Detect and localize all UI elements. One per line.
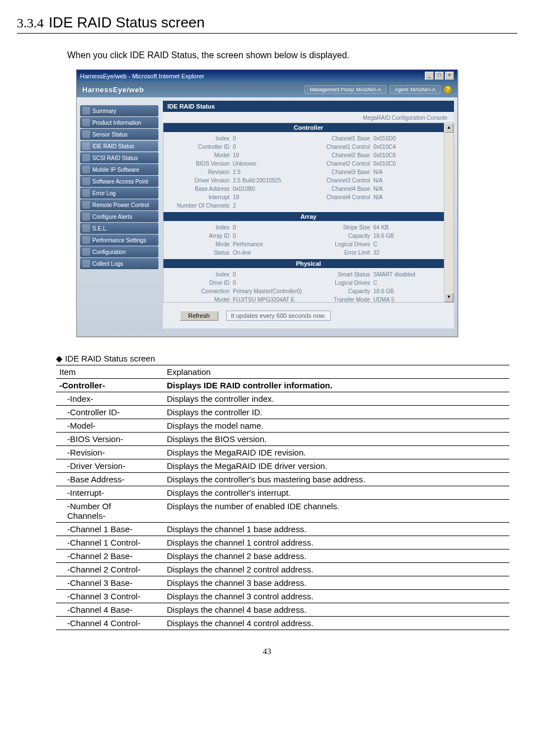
sidebar-item[interactable]: Product Information (80, 117, 158, 128)
sidebar-item[interactable]: Remote Power Control (80, 199, 158, 210)
nav-icon (82, 119, 90, 126)
maximize-button[interactable]: □ (435, 72, 444, 80)
sidebar-item[interactable]: S.E.L. (80, 223, 158, 234)
item-cell: -Channel 2 Base- (56, 550, 163, 563)
kv-value: 0x010C8 (373, 151, 449, 159)
kv-key: Capacity (308, 232, 373, 240)
explanation-cell: Displays the controller index. (163, 392, 509, 406)
kv-row: Revision2.5 (168, 168, 308, 176)
item-cell: -Channel 4 Base- (56, 603, 163, 617)
kv-row: StatusOn-line (168, 248, 308, 257)
kv-row: Index0 (168, 223, 308, 232)
kv-row: Channel1 Base0x010D0 (308, 134, 449, 143)
table-row: -Channel 4 Control-Displays the channel … (56, 617, 509, 630)
item-cell: -BIOS Version- (56, 433, 163, 446)
table-row: -Revision-Displays the MegaRAID IDE revi… (56, 446, 509, 459)
kv-key: Logical Drives (308, 240, 373, 248)
item-cell: -Controller- (56, 379, 163, 392)
kv-value: 2.5 (233, 168, 308, 176)
close-button[interactable]: × (445, 72, 454, 80)
sidebar-item[interactable]: Mobile IP Software (80, 164, 158, 175)
sidebar-item[interactable]: Configure Alerts (80, 211, 158, 222)
minimize-button[interactable]: _ (425, 72, 434, 80)
kv-row: Number Of Channels2 (168, 201, 308, 210)
scroll-down-icon[interactable]: ▼ (444, 293, 453, 302)
screenshot-window: HarnessEye/web - Microsoft Internet Expl… (76, 69, 458, 337)
table-row: -Model-Displays the model name. (56, 419, 509, 433)
table-row: -Channel 1 Base-Displays the channel 1 b… (56, 523, 509, 536)
table-row: -Channel 4 Base-Displays the channel 4 b… (56, 603, 509, 617)
controller-section-header: Controller (163, 123, 453, 132)
nav-icon (82, 107, 90, 115)
kv-row: Channel1 Control0x010C4 (308, 143, 449, 151)
vertical-scrollbar[interactable]: ▲ ▼ (444, 123, 453, 302)
kv-value: 0 (233, 279, 308, 287)
kv-value: N/A (373, 176, 449, 185)
kv-row: Channel3 BaseN/A (308, 168, 449, 176)
kv-row: Driver Version2.5 Build:20010925 (168, 176, 308, 185)
kv-row: Capacity18.6 GB (308, 232, 449, 240)
kv-value: FUJITSU MPG3204AT E (233, 295, 308, 303)
sidebar-item-label: Software Access Point (92, 179, 148, 185)
nav-icon (82, 201, 90, 209)
table-row: -BIOS Version-Displays the BIOS version. (56, 433, 509, 446)
kv-row: Smart StatusSMART disabled (308, 270, 449, 279)
kv-row: Interrupt19 (168, 193, 308, 201)
explanation-cell: Displays the controller's bus mastering … (163, 473, 509, 486)
sidebar-item[interactable]: Software Access Point (80, 176, 158, 187)
explanation-cell: Displays the channel 2 control address. (163, 563, 509, 576)
kv-key: Channel4 Control (308, 193, 373, 201)
kv-key: Base Address (168, 185, 233, 193)
sidebar-item[interactable]: Sensor Status (80, 129, 158, 140)
kv-value: 19 (233, 151, 308, 159)
nav-icon (82, 248, 90, 256)
scroll-up-icon[interactable]: ▲ (444, 123, 453, 133)
sidebar-item[interactable]: IDE RAID Status (80, 140, 158, 152)
kv-key: BIOS Version (168, 159, 233, 168)
kv-row: Transfer ModeUDMA 5 (308, 295, 449, 303)
sidebar-item-label: Configuration (92, 249, 125, 255)
item-cell: -Revision- (56, 446, 163, 459)
kv-value: 18.6 GB (373, 232, 449, 240)
table-row: -Channel 2 Base-Displays the channel 2 b… (56, 550, 509, 563)
help-icon[interactable]: ? (444, 86, 452, 93)
explanation-cell: Displays the channel 3 base address. (163, 576, 509, 590)
main-panel: IDE RAID Status MegaRAID Configuration C… (162, 97, 457, 336)
kv-key: Channel4 Base (308, 185, 373, 193)
table-row: -Base Address-Displays the controller's … (56, 473, 509, 486)
kv-key: Channel1 Base (308, 134, 373, 143)
kv-row: Array ID0 (168, 232, 308, 240)
proxy-chip: Management Proxy: MAGNIA-A (305, 85, 386, 94)
kv-key: Channel3 Control (308, 176, 373, 185)
item-cell: -Index- (56, 392, 163, 406)
kv-key: Index (168, 270, 233, 279)
kv-value: SMART disabled (373, 270, 449, 279)
table-row: -Index-Displays the controller index. (56, 392, 509, 406)
sidebar-item[interactable]: Error Log (80, 187, 158, 199)
sidebar-item[interactable]: Summary (80, 105, 158, 116)
kv-row: Model19 (168, 151, 308, 159)
sidebar-item[interactable]: Performance Settings (80, 234, 158, 246)
sidebar-item[interactable]: Configuration (80, 246, 158, 257)
sidebar-item[interactable]: SCSI RAID Status (80, 152, 158, 163)
section-number: 3.3.4 (17, 16, 44, 30)
nav-icon (82, 236, 90, 244)
kv-row: ModelFUJITSU MPG3204AT E (168, 295, 308, 303)
sidebar-item-label: IDE RAID Status (92, 143, 134, 149)
table-row: -Controller-Displays IDE RAID controller… (56, 379, 509, 392)
kv-row: Controller ID0 (168, 143, 308, 151)
explanation-cell: Displays the channel 3 control address. (163, 590, 509, 603)
kv-value: 0 (233, 223, 308, 232)
kv-key: Model (168, 295, 233, 303)
refresh-button[interactable]: Refresh (180, 311, 218, 321)
config-console-label: MegaRAID Configuration Console (163, 112, 454, 123)
sidebar-item[interactable]: Collect Logs (80, 258, 158, 269)
nav-icon (82, 224, 90, 232)
kv-value: Perfomance (233, 240, 308, 248)
window-title: HarnessEye/web - Microsoft Internet Expl… (80, 73, 204, 79)
item-cell: -Channel 3 Control- (56, 590, 163, 603)
kv-row: Error Limit32 (308, 248, 449, 257)
sidebar-item-label: Remote Power Control (92, 202, 149, 208)
table-subheading: ◆ IDE RAID Status screen (56, 354, 517, 364)
explanation-cell: Displays IDE RAID controller information… (163, 379, 509, 392)
